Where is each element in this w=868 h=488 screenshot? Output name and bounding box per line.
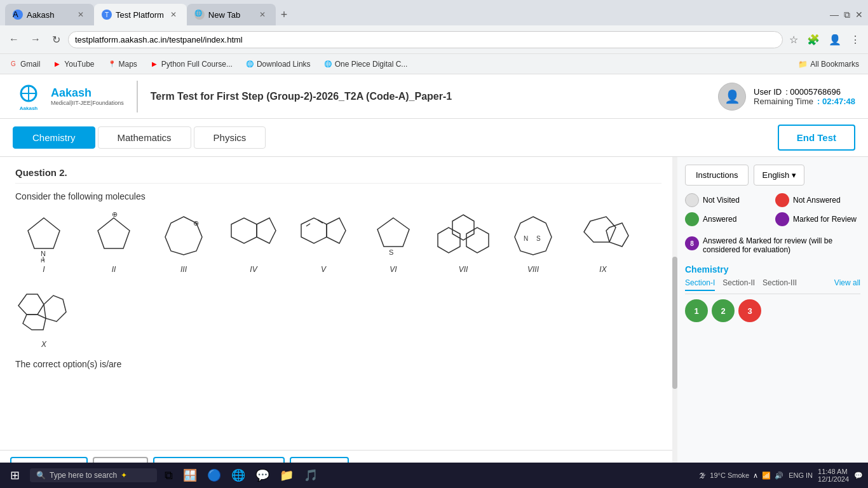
legend-not-answered: Not Answered [775,193,860,207]
molecule-VII-label: VII [459,265,468,274]
taskbar: ⊞ 🔍 Type here to search ✦ ⧉ 🪟 🔵 🌐 💬 📁 🎵 … [0,463,868,488]
svg-text:⊕: ⊕ [112,212,118,218]
tab-newtab[interactable]: 🌐 New Tab ✕ [187,4,276,25]
section-I-tab[interactable]: Section-I [685,278,715,291]
molecule-IX-svg [574,212,632,262]
reload-button[interactable]: ↻ [48,31,64,48]
language-select[interactable]: English ▾ [754,165,804,186]
molecule-IV: IV [225,212,282,274]
legend: Not Visited Not Answered Answered Marked… [685,193,860,226]
question-number-3[interactable]: 3 [738,299,761,322]
tab-mathematics[interactable]: Mathematics [98,126,191,149]
avatar: 👤 [718,83,746,111]
end-test-button[interactable]: End Test [778,125,855,151]
profile-icon[interactable]: 👤 [826,31,844,48]
tab-aakash[interactable]: A Aakash ✕ [5,4,94,25]
question-area-wrapper: Question 2. Consider the following molec… [0,157,677,488]
restore-button[interactable]: ⧉ [844,10,850,20]
molecule-IV-svg [225,212,282,262]
taskbar-app-5[interactable]: 📁 [277,466,296,485]
taskbar-app-3[interactable]: 🌐 [229,466,248,485]
python-icon: ▶ [150,60,159,69]
taskbar-app-6[interactable]: 🎵 [301,466,320,485]
scrollbar-thumb[interactable] [672,257,677,390]
taskbar-app-4[interactable]: 💬 [253,466,272,485]
logo-title: Aakash [51,86,124,100]
taskbar-app-2[interactable]: 🔵 [205,466,224,485]
minimize-button[interactable]: — [830,10,839,20]
molecule-V: V [295,212,352,274]
molecule-IX-label: IX [599,265,606,274]
tab-chemistry[interactable]: Chemistry [13,126,95,149]
not-answered-label: Not Answered [793,196,841,205]
ai-stars-icon: ✦ [121,471,127,480]
tab-close-newtab[interactable]: ✕ [257,9,268,20]
bookmark-python[interactable]: ▶ Python Full Course... [146,58,236,70]
molecule-II-svg: ⊕ [85,212,142,262]
bookmark-onepiece[interactable]: 🌐 One Piece Digital C... [320,58,412,70]
tab-testplatform[interactable]: T Test Platform ✕ [94,4,187,25]
notification-icon[interactable]: 💬 [854,471,863,480]
system-tray: 🌫 19°C Smoke ∧ 📶 🔊 [699,471,783,480]
tab-close-aakash[interactable]: ✕ [75,9,86,20]
bookmark-icon[interactable]: ☆ [787,31,801,48]
marked-review-indicator [775,212,789,226]
svg-line-16 [306,224,310,226]
main-layout: Question 2. Consider the following molec… [0,157,868,488]
svg-marker-15 [327,218,346,243]
not-visited-label: Not Visited [703,196,740,205]
back-button[interactable]: ← [5,31,23,48]
network-icon[interactable]: 📶 [762,471,771,480]
molecule-III-svg: ⊕ [155,212,212,262]
molecule-II-label: II [112,265,116,274]
volume-icon[interactable]: 🔊 [775,471,783,480]
scrollbar-track[interactable] [672,157,677,488]
correct-option-text: The correct option(s) is/are [15,359,661,369]
address-bar: ← → ↻ ☆ 🧩 👤 ⋮ [0,25,868,53]
question-number-1[interactable]: 1 [685,299,708,322]
new-tab-button[interactable]: + [276,6,293,24]
start-button[interactable]: ⊞ [5,466,25,485]
taskbar-search[interactable]: 🔍 Type here to search ✦ [30,468,157,482]
menu-icon[interactable]: ⋮ [848,31,863,48]
section-II-tab[interactable]: Section-II [722,278,755,291]
tray-chevron-icon[interactable]: ∧ [753,471,758,480]
marked-review-label: Marked for Review [793,215,857,224]
molecule-VII: VII [435,212,492,274]
clock[interactable]: 11:48 AM 12/1/2024 [818,468,849,483]
legend-answered-marked: 8 Answered & Marked for review (will be … [685,236,860,254]
molecule-III-label: III [180,265,187,274]
svg-marker-21 [438,227,460,253]
bookmark-all[interactable]: 📁 All Bookmarks [794,58,863,70]
address-input[interactable] [68,31,783,48]
logo-text: Aakash Medical|IIT-JEE|Foundations [51,86,124,106]
date-text: 12/1/2024 [818,475,849,483]
extension-icon[interactable]: 🧩 [804,31,822,48]
bookmark-download[interactable]: 🌐 Download Links [241,58,315,70]
tab-label-testplatform: Test Platform [116,10,164,20]
bookmark-gmail[interactable]: G Gmail [5,58,44,70]
user-details: User ID : 00005768696 Remaining Time : 0… [754,87,855,106]
instructions-button[interactable]: Instructions [685,165,749,186]
taskbar-right: 🌫 19°C Smoke ∧ 📶 🔊 ENG IN 11:48 AM 12/1/… [699,468,863,483]
view-all-link[interactable]: View all [834,278,860,291]
bookmark-youtube[interactable]: ▶ YouTube [49,58,98,70]
task-view-icon[interactable]: ⧉ [162,466,175,485]
forward-button[interactable]: → [27,31,44,48]
bookmark-maps[interactable]: 📍 Maps [104,58,141,70]
chevron-down-icon: ▾ [792,170,796,180]
tab-close-testplatform[interactable]: ✕ [168,9,179,20]
legend-answered: Answered [685,212,770,226]
not-answered-indicator [775,193,789,207]
section-III-tab[interactable]: Section-III [763,278,797,291]
close-button[interactable]: ✕ [855,10,863,20]
molecule-II: ⊕ II [85,212,142,274]
taskbar-app-1[interactable]: 🪟 [180,466,200,485]
tab-physics[interactable]: Physics [194,126,266,149]
bookmark-label-download: Download Links [257,60,311,69]
svg-text:N: N [41,250,46,257]
molecule-VIII-svg: N S [505,212,562,262]
svg-marker-28 [18,294,44,315]
question-number-2[interactable]: 2 [712,299,735,322]
not-visited-indicator [685,193,699,207]
